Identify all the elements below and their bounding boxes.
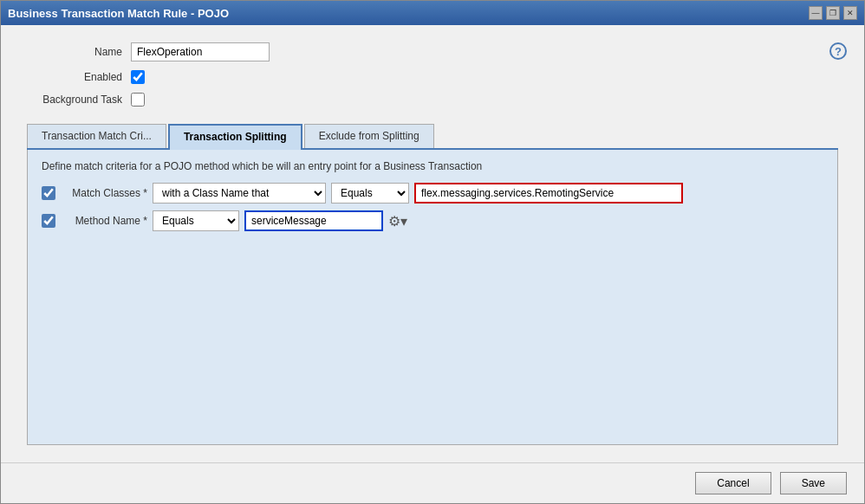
background-task-checkbox[interactable] xyxy=(131,93,145,107)
main-content: ? Name Enabled Background Task Transacti… xyxy=(1,25,864,462)
method-name-row: Method Name * Equals ⚙▾ xyxy=(42,210,823,231)
tab-description: Define match criteria for a POJO method … xyxy=(42,160,823,172)
main-window: Business Transaction Match Rule - POJO —… xyxy=(0,0,865,504)
tab-transaction-splitting[interactable]: Transaction Splitting xyxy=(168,124,302,150)
method-name-label: Method Name * xyxy=(61,215,147,227)
name-row: Name xyxy=(27,42,838,61)
match-classes-input[interactable] xyxy=(414,183,683,204)
background-task-label: Background Task xyxy=(27,94,131,106)
tab-exclude-from-splitting[interactable]: Exclude from Splitting xyxy=(304,124,434,148)
match-classes-checkbox[interactable] xyxy=(42,186,55,200)
restore-button[interactable]: ❐ xyxy=(826,6,840,20)
method-name-checkbox[interactable] xyxy=(42,214,55,228)
name-input[interactable] xyxy=(131,42,270,61)
minimize-button[interactable]: — xyxy=(809,6,823,20)
match-classes-select2[interactable]: Equals xyxy=(331,183,409,204)
window-controls: — ❐ ✕ xyxy=(809,6,857,20)
enabled-row: Enabled xyxy=(27,70,838,84)
tab-transaction-match-cri[interactable]: Transaction Match Cri... xyxy=(27,124,166,148)
enabled-checkbox[interactable] xyxy=(131,70,145,84)
tabs-container: Transaction Match Cri... Transaction Spl… xyxy=(27,124,838,445)
match-classes-row: Match Classes * with a Class Name that E… xyxy=(42,183,823,204)
title-bar: Business Transaction Match Rule - POJO —… xyxy=(1,1,864,25)
enabled-label: Enabled xyxy=(27,71,131,83)
window-title: Business Transaction Match Rule - POJO xyxy=(8,7,229,20)
tab-content: Define match criteria for a POJO method … xyxy=(27,150,838,445)
method-name-input[interactable] xyxy=(244,210,383,231)
method-name-select[interactable]: Equals xyxy=(153,210,239,231)
tab-bar: Transaction Match Cri... Transaction Spl… xyxy=(27,124,838,150)
name-label: Name xyxy=(27,46,131,58)
help-icon[interactable]: ? xyxy=(829,42,847,60)
close-button[interactable]: ✕ xyxy=(843,6,857,20)
background-task-row: Background Task xyxy=(27,93,838,107)
save-button[interactable]: Save xyxy=(780,472,847,494)
match-classes-select1[interactable]: with a Class Name that xyxy=(153,183,326,204)
cancel-button[interactable]: Cancel xyxy=(695,472,771,494)
footer: Cancel Save xyxy=(1,462,864,503)
match-classes-label: Match Classes * xyxy=(61,187,147,199)
gear-icon[interactable]: ⚙▾ xyxy=(388,213,407,229)
